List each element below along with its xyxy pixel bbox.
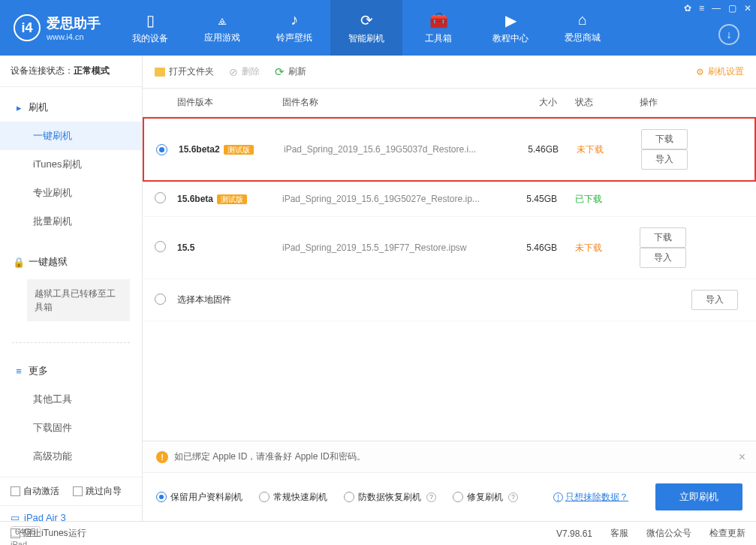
radio-icon [156,492,167,502]
download-button[interactable]: 下载 [640,227,686,248]
flash-options-bar: 保留用户资料刷机 常规快速刷机 防数据恢复刷机 ? 修复刷机 ? ! [143,473,756,521]
app-subtitle: www.i4.cn [47,32,101,41]
nav-label: 教程中心 [492,32,529,45]
nav-icon: ▯ [146,11,155,29]
beta-tag: 测试版 [224,145,254,155]
jailbreak-note: 越狱工具已转移至工具箱 [27,279,130,321]
window-control-button[interactable]: ≡ [699,3,704,14]
warning-bar: ! 如已绑定 Apple ID，请准备好 Apple ID和密码。 × [143,441,756,473]
firmware-name: iPad_Spring_2019_15.6_19G5027e_Restore.i… [282,194,500,204]
radio-icon[interactable] [155,294,166,305]
sidebar-item[interactable]: 专业刷机 [0,179,142,207]
help-icon[interactable]: ? [426,492,436,502]
beta-tag: 测试版 [217,194,247,204]
content-area: 打开文件夹 ⊘ 删除 ⟳ 刷新 ⚙ 刷机设置 固件版本 固件名称 大小 状态 操… [143,56,756,521]
nav-label: 铃声壁纸 [276,32,312,44]
firmware-row[interactable]: 选择本地固件导入 [143,279,756,321]
auto-options-row: 自动激活 跳过向导 [0,477,142,505]
sidebar-item[interactable]: 批量刷机 [0,207,142,236]
device-type: iPad [11,540,131,545]
sidebar-section-more[interactable]: ≡ 更多 [0,357,142,385]
firmware-status: 未下载 [559,143,626,156]
flash-icon: ▸ [14,102,24,113]
download-icon[interactable]: ↓ [718,24,739,45]
opt-anti-recovery[interactable]: 防数据恢复刷机 ? [344,491,436,504]
open-folder-button[interactable]: 打开文件夹 [155,65,214,78]
sidebar-item[interactable]: 高级功能 [0,442,142,471]
more-icon: ≡ [14,366,24,376]
firmware-row[interactable]: 15.5iPad_Spring_2019_15.5_19F77_Restore.… [143,217,756,279]
flash-settings-button[interactable]: ⚙ 刷机设置 [696,65,744,78]
window-control-button[interactable]: ▢ [728,3,736,14]
sidebar-section-flash[interactable]: ▸ 刷机 [0,93,142,122]
nav-icon: ⟁ [218,11,227,29]
table-header: 固件版本 固件名称 大小 状态 操作 [143,89,756,117]
import-button[interactable]: 导入 [641,149,688,170]
refresh-button[interactable]: ⟳ 刷新 [275,65,306,79]
firmware-size: 5.45GB [500,194,557,204]
main-nav: ▯我的设备⟁应用游戏♪铃声壁纸⟳智能刷机🧰工具箱▶教程中心⌂爱思商城 [114,0,619,56]
block-itunes-checkbox[interactable]: 阻止iTunes运行 [11,527,86,540]
th-ops: 操作 [625,96,744,109]
app-title: 爱思助手 [47,14,101,32]
firmware-size: 5.46GB [500,242,557,253]
flash-now-button[interactable]: 立即刷机 [655,483,742,510]
close-icon[interactable]: × [739,450,745,464]
help-icon[interactable]: ? [508,492,518,502]
sidebar-item[interactable]: 一键刷机 [0,122,142,150]
window-controls: ✿≡—▢✕ [684,3,751,14]
firmware-name: iPad_Spring_2019_15.5_19F77_Restore.ipsw [282,242,500,253]
nav-label: 智能刷机 [348,32,384,45]
nav-item[interactable]: ⟁应用游戏 [186,0,258,56]
window-control-button[interactable]: ✕ [744,3,751,14]
nav-label: 应用游戏 [204,32,240,44]
footer-wechat[interactable]: 微信公众号 [646,527,691,540]
window-control-button[interactable]: — [712,3,721,14]
th-status: 状态 [557,96,625,109]
device-name: iPad Air 3 [11,512,131,523]
nav-item[interactable]: ⌂爱思商城 [547,0,619,56]
opt-repair-flash[interactable]: 修复刷机 ? [453,491,518,504]
opt-normal-flash[interactable]: 常规快速刷机 [259,491,327,504]
footer-update[interactable]: 检查更新 [709,527,745,540]
radio-icon[interactable] [155,241,166,252]
nav-label: 我的设备 [132,32,168,45]
conn-status-label: 设备连接状态： [11,65,74,76]
firmware-name: iPad_Spring_2019_15.6_19G5037d_Restore.i… [284,144,501,155]
delete-icon: ⊘ [229,66,238,78]
th-version: 固件版本 [177,96,282,109]
firmware-version: 15.6beta测试版 [177,194,282,205]
nav-item[interactable]: ▯我的设备 [114,0,186,56]
logo-icon: i4 [14,14,41,41]
sidebar-item[interactable]: iTunes刷机 [0,150,142,179]
radio-icon[interactable] [155,192,166,203]
nav-item[interactable]: 🧰工具箱 [402,0,474,56]
nav-item[interactable]: ⟳智能刷机 [330,0,402,56]
import-button[interactable]: 导入 [691,290,738,310]
auto-activate-checkbox[interactable]: 自动激活 [11,485,59,498]
firmware-status: 未下载 [557,242,625,254]
firmware-row[interactable]: 15.6beta2测试版iPad_Spring_2019_15.6_19G503… [143,117,756,182]
nav-item[interactable]: ♪铃声壁纸 [258,0,330,56]
footer-kefu[interactable]: 客服 [610,527,628,540]
sidebar-item[interactable]: 其他工具 [0,385,142,414]
lock-icon: 🔒 [14,257,24,267]
download-button[interactable]: 下载 [641,129,688,149]
logo-area: i4 爱思助手 www.i4.cn [0,14,114,41]
gear-icon: ⚙ [696,67,704,77]
radio-icon [344,492,354,502]
skip-guide-checkbox[interactable]: 跳过向导 [73,485,122,498]
radio-icon [259,492,270,502]
conn-status-value: 正常模式 [74,65,110,76]
firmware-row[interactable]: 15.6beta测试版iPad_Spring_2019_15.6_19G5027… [143,182,756,217]
nav-item[interactable]: ▶教程中心 [474,0,547,56]
radio-icon[interactable] [156,144,167,155]
erase-data-link[interactable]: ! 只想抹除数据？ [552,491,628,504]
warning-text: 如已绑定 Apple ID，请准备好 Apple ID和密码。 [174,450,366,463]
window-control-button[interactable]: ✿ [684,3,691,14]
firmware-size: 5.46GB [501,144,559,155]
opt-keep-data[interactable]: 保留用户资料刷机 [156,491,242,504]
delete-button[interactable]: ⊘ 删除 [229,65,260,78]
import-button[interactable]: 导入 [640,248,686,268]
sidebar-item[interactable]: 下载固件 [0,414,142,442]
